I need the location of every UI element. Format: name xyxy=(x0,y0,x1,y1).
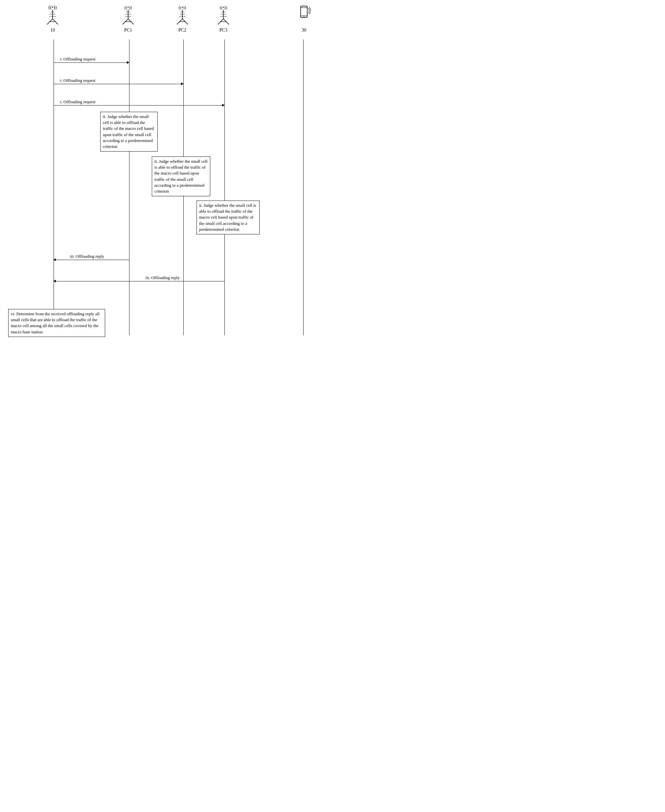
tower-icon-pc1: ((•)) xyxy=(120,3,136,26)
node-pc3: ((•)) PC3 xyxy=(215,3,232,33)
sequence-diagram: ((•)) 10 ((•)) PC1 xyxy=(0,0,332,406)
reply-label-1: iii. Offloading reply xyxy=(70,254,104,259)
arrow-label-2: i. Offloading request xyxy=(60,78,96,83)
bottom-box: vi. Determine from the received offloadi… xyxy=(8,309,105,337)
judge-box-pc1: ii. Judge whether the small cell is able… xyxy=(100,112,158,151)
node-pc2-label: PC2 xyxy=(179,28,186,33)
node-10-label: 10 xyxy=(50,28,55,33)
tower-icon-pc2: ((•)) xyxy=(174,3,190,26)
node-pc1-label: PC1 xyxy=(124,28,132,33)
svg-text:((•)): ((•)) xyxy=(48,5,57,10)
judge-box-pc3: ii. Judge whether the small cell is able… xyxy=(197,200,260,235)
arrow-offload-2: i. Offloading request xyxy=(54,84,183,84)
tower-icon-pc3: ((•)) xyxy=(215,3,232,26)
judge-text-pc2: ii. Judge whether the small cell is able… xyxy=(154,159,208,194)
arrow-label-3: i. Offloading request xyxy=(60,99,96,105)
phone-icon-30 xyxy=(296,3,312,26)
node-pc1: ((•)) PC1 xyxy=(120,3,136,33)
svg-text:((•)): ((•)) xyxy=(124,5,132,10)
svg-text:((•)): ((•)) xyxy=(179,5,186,10)
arrow-offload-1: i. Offloading request xyxy=(54,62,129,63)
node-10: ((•)) 10 xyxy=(44,3,61,33)
bottom-text: vi. Determine from the received offloadi… xyxy=(11,311,100,334)
tower-icon-10: ((•)) xyxy=(44,3,61,26)
judge-box-pc2: ii. Judge whether the small cell is able… xyxy=(152,156,210,196)
reply-label-2: iii. Offloading reply xyxy=(146,275,180,281)
arrow-reply-1: iii. Offloading reply xyxy=(54,260,129,260)
node-30-label: 30 xyxy=(301,28,306,33)
judge-text-pc1: ii. Judge whether the small cell is able… xyxy=(103,114,154,149)
vline-pc3 xyxy=(224,39,225,335)
vline-30 xyxy=(303,39,304,335)
arrow-label-1: i. Offloading request xyxy=(60,57,96,62)
judge-text-pc3: ii. Judge whether the small cell is able… xyxy=(199,203,256,232)
node-pc3-label: PC3 xyxy=(219,28,228,33)
node-30: 30 xyxy=(296,3,312,33)
svg-text:((•)): ((•)) xyxy=(220,5,227,10)
node-pc2: ((•)) PC2 xyxy=(174,3,190,33)
